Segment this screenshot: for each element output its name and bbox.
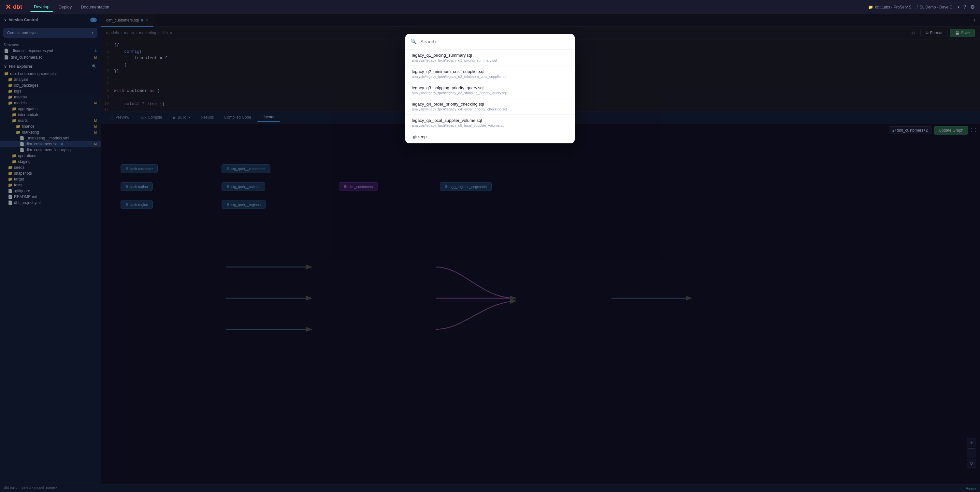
result-path: analysis/legacy_tpch/legacy_q1_pricing_s…: [412, 58, 568, 62]
search-input-row: 🔍: [405, 34, 575, 49]
project-sep: /: [916, 5, 918, 10]
top-nav: ✕ dbt Develop Deploy Documentation 📁 dbt…: [0, 0, 980, 14]
workspace-chevron-icon: ▾: [958, 5, 959, 10]
result-name: legacy_q3_shipping_priority_query.sql: [412, 85, 568, 90]
search-modal-icon: 🔍: [410, 38, 417, 45]
workspace-name: SL Demo - Dave C...: [920, 5, 956, 10]
help-button[interactable]: ?: [963, 4, 966, 10]
search-modal-input[interactable]: [420, 39, 570, 44]
result-name: .gitkeep: [412, 134, 568, 139]
nav-logo: ✕ dbt: [5, 3, 22, 11]
search-results: legacy_q1_pricing_summary.sql analysis/l…: [405, 49, 575, 143]
result-path: analysis/legacy_tpch/legacy_q5_local_sup…: [412, 124, 568, 127]
search-result-2[interactable]: legacy_q3_shipping_priority_query.sql an…: [405, 82, 575, 99]
nav-links: Develop Deploy Documentation: [30, 2, 113, 12]
result-path: analysis/legacy_tpch/legacy_q2_minimum_c…: [412, 75, 568, 78]
project-name: dbt Labs - ProServ S...: [875, 5, 915, 10]
nav-link-docs[interactable]: Documentation: [77, 3, 113, 11]
nav-link-develop[interactable]: Develop: [30, 2, 53, 12]
search-modal-overlay[interactable]: 🔍 legacy_q1_pricing_summary.sql analysis…: [0, 14, 980, 492]
search-result-3[interactable]: legacy_q4_order_priority_checking.sql an…: [405, 99, 575, 115]
result-name: legacy_q4_order_priority_checking.sql: [412, 102, 568, 107]
result-name: legacy_q5_local_supplier_volume.sql: [412, 118, 568, 123]
search-result-4[interactable]: legacy_q5_local_supplier_volume.sql anal…: [405, 115, 575, 131]
nav-link-deploy[interactable]: Deploy: [55, 3, 76, 11]
settings-button[interactable]: ⚙: [970, 4, 975, 10]
dbt-logo-icon: ✕: [5, 3, 11, 11]
search-modal: 🔍 legacy_q1_pricing_summary.sql analysis…: [405, 34, 575, 143]
search-result-1[interactable]: legacy_q2_minimum_cost_supplier.sql anal…: [405, 66, 575, 82]
project-folder-icon: 📁: [868, 5, 873, 10]
nav-right: 📁 dbt Labs - ProServ S... / SL Demo - Da…: [868, 4, 975, 10]
result-name: legacy_q1_pricing_summary.sql: [412, 53, 568, 58]
nav-project-info: 📁 dbt Labs - ProServ S... / SL Demo - Da…: [868, 5, 959, 10]
dbt-logo-text: dbt: [13, 3, 22, 10]
result-name: legacy_q2_minimum_cost_supplier.sql: [412, 69, 568, 74]
search-result-5[interactable]: .gitkeep: [405, 131, 575, 143]
search-result-0[interactable]: legacy_q1_pricing_summary.sql analysis/l…: [405, 49, 575, 66]
result-path: analysis/legacy_tpch/legacy_q4_order_pri…: [412, 107, 568, 111]
result-path: analysis/legacy_tpch/legacy_q3_shipping_…: [412, 91, 568, 95]
